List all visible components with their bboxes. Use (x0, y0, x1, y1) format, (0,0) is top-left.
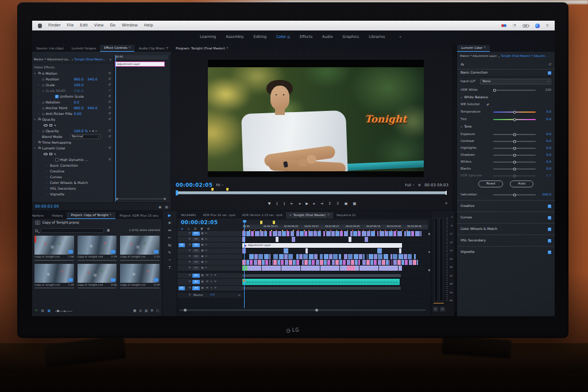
program-scrubber[interactable] (176, 190, 448, 196)
transport-button[interactable]: ▸ (314, 202, 315, 205)
white-balance-header[interactable]: ∨White Balance (457, 95, 555, 101)
reset-icon[interactable]: ↺ (108, 101, 111, 104)
property-value[interactable]: 100.0 % (74, 129, 88, 133)
blend-mode-select[interactable]: Normal∨ (70, 134, 101, 140)
clip-selector[interactable]: Master * Adjustment La... (34, 58, 71, 61)
rect-mask-icon[interactable] (49, 124, 52, 127)
reset-icon[interactable]: ↺ (108, 135, 111, 139)
sequence-marker-icon[interactable] (273, 221, 275, 224)
slider-knob[interactable] (513, 168, 516, 171)
toggle-track-output-icon[interactable]: ⊙ (205, 255, 207, 258)
reset-icon[interactable]: ↺ (108, 118, 111, 121)
tool-button[interactable]: ⇆ (163, 244, 177, 248)
property-value[interactable]: 540.0 (87, 78, 100, 81)
transport-button[interactable]: ◂ (299, 202, 300, 205)
workspace-overflow-button[interactable]: » (399, 35, 401, 39)
lock-icon[interactable]: ⊡ (189, 255, 191, 258)
solo-button[interactable]: S (440, 307, 445, 312)
new-bin-icon[interactable]: ▥ (145, 309, 148, 313)
keyframe-navigator[interactable]: ◂ ◆ ▸ (89, 130, 98, 132)
sequence-marker-icon[interactable] (260, 221, 262, 224)
thumb-scrub-bar[interactable] (120, 260, 160, 261)
workspace-tab[interactable]: Assembly (226, 35, 243, 39)
effect-row[interactable]: › ◷ Scale Width 100.0 ↺ (32, 88, 113, 94)
fit-icon[interactable]: ⇤ (238, 294, 241, 297)
project-item[interactable]: Copy of Tonight Linked... 0:06 (78, 264, 117, 289)
playback-resolution-select[interactable]: Full∨ (405, 183, 415, 187)
solo-button[interactable]: S (211, 274, 212, 276)
twirl-icon[interactable]: ∨ (34, 147, 37, 150)
lock-icon[interactable]: ⊡ (189, 267, 191, 270)
section-checkbox[interactable]: ✓ (548, 239, 551, 243)
mute-button[interactable]: M (206, 287, 208, 289)
slider-value[interactable]: 0.0 (540, 140, 551, 143)
slider-knob[interactable] (493, 89, 496, 92)
tool-button[interactable]: ✂ (163, 236, 177, 240)
twirl-icon[interactable]: › (34, 141, 37, 144)
playhead[interactable] (115, 55, 116, 201)
section-checkbox[interactable]: ✓ (548, 205, 551, 208)
property-value[interactable]: 960.0 (74, 106, 86, 110)
toggle-track-output-icon[interactable]: ⊙ (205, 238, 207, 241)
lock-icon[interactable]: ⊡ (189, 294, 191, 297)
reset-icon[interactable]: ↺ (108, 106, 111, 110)
pen-mask-icon[interactable]: ✎ (54, 124, 56, 127)
writable-icon[interactable]: ✎ (35, 309, 38, 313)
tool-button[interactable]: ☞ (163, 259, 177, 263)
find-icon[interactable]: ◎ (139, 309, 142, 313)
track-content[interactable] (242, 254, 428, 260)
workspace-tab[interactable]: Libraries (369, 35, 385, 39)
thumb-scrub-bar[interactable] (34, 260, 74, 261)
play-around-icon[interactable]: ◉ (158, 205, 161, 209)
workspace-tab[interactable]: Effects (300, 35, 312, 39)
slider-knob[interactable] (513, 161, 516, 164)
effect-row[interactable]: ✎ (32, 122, 113, 128)
slider-value[interactable]: 0.0 (540, 160, 551, 164)
slider-track[interactable] (493, 148, 536, 149)
timeline-tool-icon[interactable]: ∩ (188, 228, 190, 231)
reset-icon[interactable]: ↺ (108, 78, 111, 81)
list-view-icon[interactable]: ▤ (41, 309, 44, 313)
effect-row[interactable]: Video Effects (32, 65, 113, 71)
sync-lock-icon[interactable]: ▣ (201, 267, 203, 270)
slider-value[interactable]: 0.0 (540, 147, 551, 150)
effect-controls-timeline[interactable]: 00:00 Adjustment Layer (113, 55, 168, 201)
track-content[interactable]: Adjustment Layer (242, 243, 428, 248)
lumetri-section-row[interactable]: HSL Secondary ✓ (457, 235, 555, 246)
effect-row[interactable]: › Basic Correction (32, 163, 113, 168)
effect-row[interactable]: › ◷ Anti-flicker Filter 0.00 (32, 111, 113, 117)
timeline-tool-icon[interactable]: ∗ (181, 228, 184, 231)
status-icon[interactable]: ◔ (513, 24, 516, 28)
track-content[interactable] (242, 260, 428, 266)
slider-knob[interactable] (513, 111, 516, 114)
workspace-tab[interactable]: Audio (322, 35, 332, 39)
panel-menu-icon[interactable]: ≡ (110, 214, 112, 217)
rect-mask-icon[interactable] (49, 153, 52, 156)
slider-value[interactable]: 0.0 (540, 118, 551, 121)
reset-icon[interactable]: ↺ (108, 147, 111, 150)
source-patch[interactable]: V1 (179, 243, 185, 247)
slider-knob[interactable] (513, 147, 516, 150)
lock-icon[interactable]: ⊡ (189, 244, 191, 247)
clip-thumbnail[interactable] (34, 264, 74, 283)
filter-bin-icon[interactable]: ▦ (107, 229, 110, 232)
panel-menu-icon[interactable]: ≡ (129, 47, 131, 49)
sequence-tab[interactable]: 961A6981 (177, 212, 200, 218)
track-content[interactable] (242, 286, 428, 291)
clip-selector[interactable]: Master * Adjustment Layer (460, 55, 497, 58)
project-root-item[interactable]: ▤ Copy of Tonight.prproj (35, 221, 79, 225)
clip-thumbnail[interactable] (120, 236, 160, 255)
zoom-level-select[interactable]: Fit∨ (216, 183, 223, 187)
tool-button[interactable]: T (163, 266, 177, 270)
master-gain-value[interactable]: 0.0 (210, 294, 214, 297)
tool-button[interactable]: ⇹ (163, 229, 177, 233)
track-content[interactable] (242, 237, 428, 243)
mute-button[interactable]: M (206, 274, 208, 276)
effect-row[interactable]: › ◷ Rotation 0.0 ↺ (32, 99, 113, 105)
solo-button[interactable]: S (211, 280, 212, 283)
sequence-marker-icon[interactable] (211, 188, 214, 191)
auto-button[interactable]: Auto (510, 180, 533, 187)
clips[interactable] (242, 237, 416, 242)
panel-tab[interactable]: Project: Copy of Tonight ≡ (67, 212, 115, 220)
toggle-track-output-icon[interactable]: ⊙ (205, 244, 207, 247)
